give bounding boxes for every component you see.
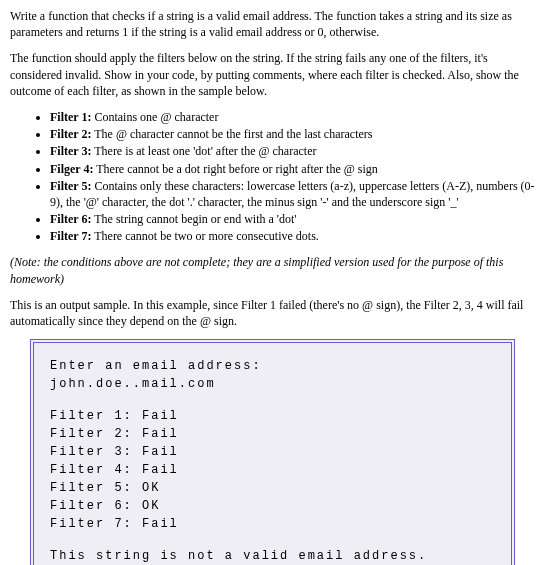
note-paragraph: (Note: the conditions above are not comp… bbox=[10, 254, 535, 286]
filter-desc: Contains one @ character bbox=[91, 110, 218, 124]
list-item: Filter 7: There cannot be two or more co… bbox=[50, 228, 535, 244]
sample-result-line: Filter 2: Fail bbox=[50, 425, 495, 443]
filter-label: Filger 4: bbox=[50, 162, 93, 176]
sample-result-line: Filter 6: OK bbox=[50, 497, 495, 515]
filter-desc: There is at least one 'dot' after the @ … bbox=[91, 144, 316, 158]
list-item: Filger 4: There cannot be a dot right be… bbox=[50, 161, 535, 177]
filter-label: Filter 6: bbox=[50, 212, 91, 226]
filter-label: Filter 7: bbox=[50, 229, 91, 243]
sample-result-line: Filter 7: Fail bbox=[50, 515, 495, 533]
sample-conclusion: This string is not a valid email address… bbox=[50, 547, 495, 565]
blank-line bbox=[50, 533, 495, 547]
sample-result-line: Filter 5: OK bbox=[50, 479, 495, 497]
list-item: Filter 5: Contains only these characters… bbox=[50, 178, 535, 210]
filter-label: Filter 5: bbox=[50, 179, 91, 193]
filter-label: Filter 2: bbox=[50, 127, 91, 141]
intro-paragraph-2: The function should apply the filters be… bbox=[10, 50, 535, 99]
sample-result-line: Filter 4: Fail bbox=[50, 461, 495, 479]
output-sample-box: Enter an email address: john.doe..mail.c… bbox=[30, 339, 515, 565]
list-item: Filter 1: Contains one @ character bbox=[50, 109, 535, 125]
filter-desc: There cannot be two or more consecutive … bbox=[91, 229, 318, 243]
filter-desc: The string cannot begin or end with a 'd… bbox=[91, 212, 296, 226]
filter-list: Filter 1: Contains one @ character Filte… bbox=[10, 109, 535, 245]
intro-paragraph-1: Write a function that checks if a string… bbox=[10, 8, 535, 40]
sample-prompt: Enter an email address: bbox=[50, 357, 495, 375]
sample-intro-paragraph: This is an output sample. In this exampl… bbox=[10, 297, 535, 329]
list-item: Filter 2: The @ character cannot be the … bbox=[50, 126, 535, 142]
sample-result-line: Filter 1: Fail bbox=[50, 407, 495, 425]
filter-label: Filter 1: bbox=[50, 110, 91, 124]
blank-line bbox=[50, 393, 495, 407]
sample-input: john.doe..mail.com bbox=[50, 375, 495, 393]
filter-label: Filter 3: bbox=[50, 144, 91, 158]
list-item: Filter 3: There is at least one 'dot' af… bbox=[50, 143, 535, 159]
filter-desc: Contains only these characters: lowercas… bbox=[50, 179, 535, 209]
list-item: Filter 6: The string cannot begin or end… bbox=[50, 211, 535, 227]
filter-desc: The @ character cannot be the first and … bbox=[91, 127, 372, 141]
filter-desc: There cannot be a dot right before or ri… bbox=[93, 162, 377, 176]
sample-result-line: Filter 3: Fail bbox=[50, 443, 495, 461]
